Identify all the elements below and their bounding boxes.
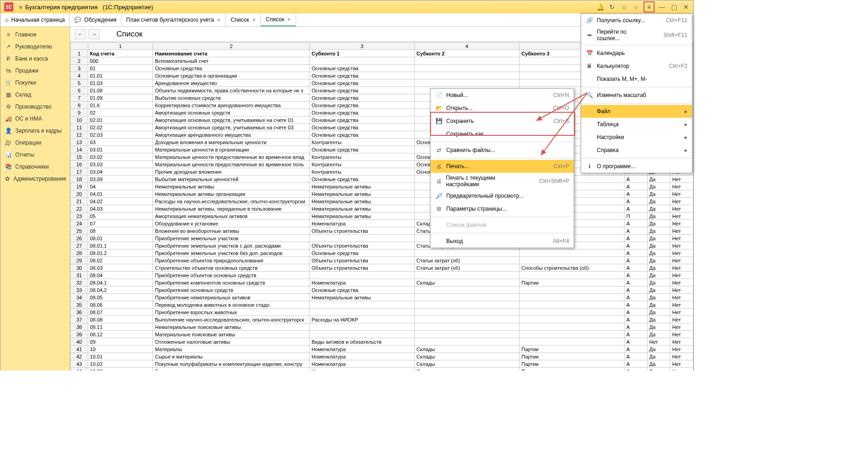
- nav-back-button[interactable]: ←: [75, 29, 86, 39]
- tab-list-1[interactable]: Список✕: [226, 13, 261, 26]
- table-row[interactable]: 2808.01.2Приобретение земельных участков…: [71, 249, 693, 257]
- tab-discussions[interactable]: 💬Обсуждения: [70, 13, 121, 26]
- star-icon[interactable]: ☆: [620, 3, 628, 11]
- shortcut: Ctrl+O: [544, 105, 569, 111]
- menu-item[interactable]: Сохранить как...: [431, 128, 574, 140]
- menu-item[interactable]: ➡Перейти по ссылке...Shift+F11: [581, 27, 692, 43]
- tab-accounts-plan[interactable]: План счетов бухгалтерского учета✕: [121, 13, 226, 26]
- menu-label: Выход: [446, 238, 463, 244]
- sidebar-item-2[interactable]: ₽Банк и касса: [0, 53, 70, 65]
- minimize-icon[interactable]: —: [658, 3, 666, 11]
- table-row[interactable]: 4310.02Покупные полуфабрикаты и комплект…: [71, 360, 693, 368]
- menu-item[interactable]: 🔎Предварительный просмотр...: [431, 189, 574, 202]
- menu-label: Новый...: [446, 92, 468, 98]
- table-row[interactable]: 3508.06Перевод молодняка животных в осно…: [71, 301, 693, 309]
- sidebar-item-1[interactable]: ↗Руководителю: [0, 41, 70, 53]
- maximize-icon[interactable]: ▢: [670, 3, 678, 11]
- main-dropdown-menu: 🔗Получить ссылку...Ctrl+F11➡Перейти по с…: [581, 13, 692, 173]
- tab-list-2[interactable]: Список✕: [261, 13, 296, 26]
- sidebar-item-5[interactable]: ▦Склад: [0, 89, 70, 101]
- table-row[interactable]: 4410.03ТопливоНоменклатураСкладыПартииАД…: [71, 368, 693, 371]
- sidebar-item-0[interactable]: ≡Главное: [0, 29, 70, 41]
- menu-item[interactable]: Файл▸: [581, 105, 692, 118]
- table-row[interactable]: 3908.12Материальные поисковые активыАДаН…: [71, 331, 693, 338]
- menu-item[interactable]: 📂Открыть...Ctrl+O: [431, 102, 574, 115]
- sidebar-item-8[interactable]: 👤Зарплата и кадры: [0, 125, 70, 137]
- menu-item[interactable]: ⇄Сравнить файлы...: [431, 144, 574, 157]
- menu-item[interactable]: 📄Новый...Ctrl+N: [431, 89, 574, 102]
- menu-item[interactable]: Показать M, M+, M-: [581, 73, 692, 85]
- menu-item[interactable]: 🖩КалькуляторCtrl+F2: [581, 60, 692, 73]
- table-row[interactable]: 4210.01Сырье и материалыНоменклатураСкла…: [71, 353, 693, 360]
- table-row[interactable]: 3608.07Приобретение взрослых животныхАДа…: [71, 309, 693, 316]
- bell-icon[interactable]: 🔔: [596, 3, 604, 11]
- sidebar-icon: ✿: [5, 176, 10, 182]
- table-row[interactable]: 3108.04Приобретение объектов основных ср…: [71, 272, 693, 279]
- sidebar-icon: 👤: [5, 128, 12, 134]
- table-row[interactable]: 4110МатериалыНоменклатураСкладыПартииАДа…: [71, 346, 693, 353]
- sidebar-item-12[interactable]: ✿Администрирование: [0, 173, 70, 185]
- sidebar-label: Зарплата и кадры: [15, 128, 61, 134]
- main-menu-icon[interactable]: ≡: [644, 2, 654, 12]
- menu-item[interactable]: Справка▸: [581, 144, 692, 157]
- menu-item[interactable]: 💾СохранитьCtrl+S: [431, 115, 574, 128]
- sidebar-label: Главное: [15, 31, 36, 38]
- menu-item[interactable]: 📅Календарь: [581, 47, 692, 60]
- menu-label: Печать с текущими настройками: [446, 175, 526, 188]
- table-row[interactable]: 2508Вложения во внеоборотные активыОбъек…: [71, 227, 693, 235]
- close-tab-icon[interactable]: ✕: [252, 17, 256, 23]
- close-icon[interactable]: ✕: [682, 3, 690, 11]
- table-row[interactable]: 4009Отложенные налоговые активыВиды акти…: [71, 338, 693, 346]
- menu-item[interactable]: 🖨Печать...Ctrl+P: [431, 160, 574, 173]
- sidebar-item-4[interactable]: 🛒Покупки: [0, 77, 70, 89]
- table-row[interactable]: 1803.09Выбытие материальных ценностейОсн…: [71, 176, 693, 183]
- menu-icon: 📂: [435, 105, 443, 111]
- table-row[interactable]: 3208.04.1Приобретение компонентов основн…: [71, 279, 693, 286]
- sidebar-item-10[interactable]: 📊Отчеты: [0, 149, 70, 161]
- table-row[interactable]: 3708.08Выполнение научно-исследовательск…: [71, 316, 693, 323]
- menu-item[interactable]: ⊞Параметры страницы...: [431, 202, 574, 215]
- shortcut: Ctrl+F11: [657, 17, 687, 24]
- table-row[interactable]: 2104.02Расходы на научно-исследовательск…: [71, 198, 693, 205]
- sidebar-item-11[interactable]: 📚Справочники: [0, 161, 70, 173]
- nav-fwd-button[interactable]: →: [89, 29, 100, 39]
- menu-item[interactable]: ℹО программе...: [581, 160, 692, 173]
- table-row[interactable]: 2204.03Нематериальные активы, переданные…: [71, 205, 693, 213]
- menu-item[interactable]: Таблица▸: [581, 118, 692, 131]
- close-tab-icon[interactable]: ✕: [287, 17, 291, 23]
- menu-item[interactable]: 🔗Получить ссылку...Ctrl+F11: [581, 14, 692, 27]
- menu-icon: ⇄: [435, 147, 443, 153]
- circle-icon[interactable]: ○: [632, 3, 640, 11]
- table-row[interactable]: 3808.11Нематериальные поисковые активыАД…: [71, 323, 693, 331]
- sidebar-item-3[interactable]: 🛍Продажи: [0, 65, 70, 77]
- table-row[interactable]: 2305Амортизация нематериальных активовНе…: [71, 213, 693, 220]
- table-row[interactable]: 3408.05Приобретение нематериальных актив…: [71, 294, 693, 301]
- table-row[interactable]: 2908.02Приобретение объектов природополь…: [71, 257, 693, 264]
- menu-icon: 🔍: [586, 92, 593, 98]
- sidebar-item-7[interactable]: 🚚ОС и НМА: [0, 113, 70, 125]
- table-row[interactable]: 3308.04.2Приобретение основных средствОс…: [71, 286, 693, 294]
- hamburger-icon[interactable]: ≡: [19, 4, 23, 11]
- table-row[interactable]: 2708.01.1Приобретение земельных участков…: [71, 242, 693, 249]
- history-icon[interactable]: ↻: [608, 3, 616, 11]
- table-row[interactable]: 2407Оборудование к установкеНоменклатура…: [71, 220, 693, 227]
- menu-item[interactable]: 🖨Печать с текущими настройкамиCtrl+Shift…: [431, 173, 574, 189]
- table-row[interactable]: 2608.01Приобретение земельных участковАД…: [71, 235, 693, 242]
- app-subtitle: (1С:Предприятие): [103, 4, 153, 11]
- menu-item[interactable]: Настройки▸: [581, 131, 692, 144]
- sidebar-item-9[interactable]: ДтОперации: [0, 137, 70, 149]
- sidebar-item-6[interactable]: ⚙Производство: [0, 101, 70, 113]
- sidebar-label: Производство: [15, 103, 51, 110]
- table-row[interactable]: 1904Нематериальные активыНематериальные …: [71, 183, 693, 190]
- shortcut: Ctrl+S: [544, 118, 569, 124]
- menu-icon: 📄: [435, 92, 443, 98]
- close-tab-icon[interactable]: ✕: [217, 17, 221, 23]
- table-row[interactable]: 2004.01Нематериальные активы организации…: [71, 190, 693, 198]
- menu-icon: 📅: [586, 50, 593, 56]
- menu-item[interactable]: ВыходAlt+F4: [431, 235, 574, 248]
- tab-home[interactable]: ⌂Начальная страница: [0, 13, 70, 26]
- menu-label: Получить ссылку...: [597, 17, 645, 24]
- shortcut: Ctrl+P: [544, 163, 569, 170]
- table-row[interactable]: 3008.03Строительство объектов основных с…: [71, 264, 693, 272]
- menu-item[interactable]: 🔍Изменить масштаб: [581, 89, 692, 102]
